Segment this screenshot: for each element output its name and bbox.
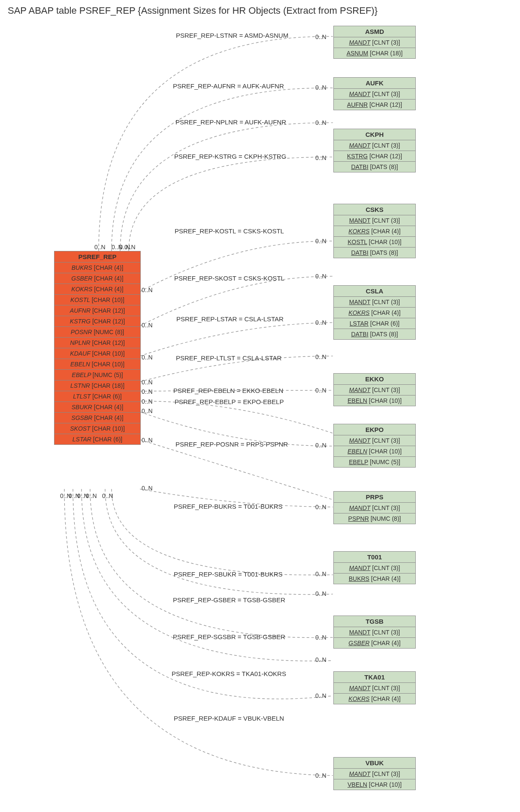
cardinality-label: 0..N [142,354,153,361]
relation-label: PSREF_REP-LSTNR = ASMD-ASNUM [176,32,288,39]
relation-label: PSREF_REP-LSTAR = CSLA-LSTAR [176,315,284,323]
cardinality-label: 0..N [124,244,136,251]
field-lstnr: LSTNR [CHAR (18)] [54,380,140,391]
field-asnum: ASNUM [CHAR (18)] [334,48,415,58]
table-csks: CSKSMANDT [CLNT (3)]KOKRS [CHAR (4)]KOST… [333,204,416,258]
field-lstar: LSTAR [CHAR (6)] [54,434,140,444]
cardinality-label: 0..N [315,154,327,161]
field-posnr: POSNR [NUMC (8)] [54,327,140,338]
relation-label: PSREF_REP-AUFNR = AUFK-AUFNR [173,82,284,90]
table-header: TKA01 [334,672,415,683]
table-ekpo: EKPOMANDT [CLNT (3)]EBELN [CHAR (10)]EBE… [333,424,416,468]
relation-label: PSREF_REP-SGSBR = TGSB-GSBER [173,633,285,640]
field-datbi: DATBI [DATS (8)] [334,248,415,258]
relation-label: PSREF_REP-SBUKR = T001-BUKRS [174,571,283,578]
cardinality-label: 0..N [315,442,327,449]
table-header: TGSB [334,616,415,627]
table-header: PSREF_REP [54,251,140,263]
diagram-canvas: SAP ABAP table PSREF_REP {Assignment Siz… [0,0,520,812]
field-kokrs: KOKRS [CHAR (4)] [54,284,140,295]
field-mandt: MANDT [CLNT (3)] [334,89,415,100]
relation-label: PSREF_REP-EBELN = EKKO-EBELN [173,387,283,394]
cardinality-label: 0..N [86,492,97,499]
cardinality-label: 0..N [102,492,113,499]
table-header: EKPO [334,424,415,435]
field-aufnr: AUFNR [CHAR (12)] [334,100,415,110]
field-datbi: DATBI [DATS (8)] [334,329,415,339]
cardinality-label: 0..N [315,387,327,394]
field-ebeln: EBELN [CHAR (10)] [334,395,415,406]
field-lstar: LSTAR [CHAR (6)] [334,318,415,329]
table-tgsb: TGSBMANDT [CLNT (3)]GSBER [CHAR (4)] [333,616,416,649]
cardinality-label: 0..N [315,84,327,91]
field-datbi: DATBI [DATS (8)] [334,162,415,172]
cardinality-label: 0..N [315,273,327,280]
field-kostl: KOSTL [CHAR (10)] [54,295,140,305]
field-nplnr: NPLNR [CHAR (12)] [54,338,140,348]
relation-label: PSREF_REP-KOSTL = CSKS-KOSTL [175,227,284,235]
cardinality-label: 0..N [315,634,327,641]
field-kstrg: KSTRG [CHAR (12)] [334,151,415,162]
relation-label: PSREF_REP-LTLST = CSLA-LSTAR [176,354,281,362]
field-ebeln: EBELN [CHAR (10)] [334,446,415,457]
cardinality-label: 0..N [315,504,327,510]
table-tka01: TKA01MANDT [CLNT (3)]KOKRS [CHAR (4)] [333,671,416,704]
cardinality-label: 0..N [142,398,153,405]
field-mandt: MANDT [CLNT (3)] [334,627,415,638]
field-gsber: GSBER [CHAR (4)] [54,273,140,284]
field-kdauf: KDAUF [CHAR (10)] [54,348,140,359]
field-kokrs: KOKRS [CHAR (4)] [334,226,415,237]
table-ekko: EKKOMANDT [CLNT (3)]EBELN [CHAR (10)] [333,373,416,406]
cardinality-label: 0..N [142,287,153,293]
field-ebelp: EBELP [NUMC (5)] [54,370,140,380]
field-ebelp: EBELP [NUMC (5)] [334,457,415,467]
table-aufk: AUFKMANDT [CLNT (3)]AUFNR [CHAR (12)] [333,77,416,110]
table-psref-rep: PSREF_REP BUKRS [CHAR (4)]GSBER [CHAR (4… [54,251,141,445]
relation-label: PSREF_REP-KDAUF = VBUK-VBELN [174,715,284,722]
field-mandt: MANDT [CLNT (3)] [334,435,415,446]
cardinality-label: 0..N [315,319,327,326]
field-mandt: MANDT [CLNT (3)] [334,297,415,308]
cardinality-label: 0..N [315,656,327,663]
cardinality-label: 0..N [315,353,327,360]
field-mandt: MANDT [CLNT (3)] [334,37,415,48]
field-pspnr: PSPNR [NUMC (8)] [334,513,415,524]
table-header: VBUK [334,758,415,769]
table-header: CSKS [334,204,415,215]
cardinality-label: 0..N [315,772,327,779]
cardinality-label: 0..N [315,238,327,245]
cardinality-label: 0..N [315,590,327,597]
field-sbukr: SBUKR [CHAR (4)] [54,402,140,413]
field-bukrs: BUKRS [CHAR (4)] [54,263,140,273]
field-bukrs: BUKRS [CHAR (4)] [334,574,415,584]
field-kstrg: KSTRG [CHAR (12)] [54,316,140,327]
table-header: EKKO [334,374,415,385]
relation-label: PSREF_REP-EBELP = EKPO-EBELP [175,398,284,405]
table-header: T001 [334,552,415,563]
table-ckph: CKPHMANDT [CLNT (3)]KSTRG [CHAR (12)]DAT… [333,129,416,172]
table-header: CKPH [334,129,415,140]
cardinality-label: 0..N [315,33,327,40]
field-mandt: MANDT [CLNT (3)] [334,385,415,395]
relation-label: PSREF_REP-KSTRG = CKPH-KSTRG [174,153,286,160]
relation-label: PSREF_REP-KOKRS = TKA01-KOKRS [172,670,286,677]
table-asmd: ASMDMANDT [CLNT (3)]ASNUM [CHAR (18)] [333,26,416,59]
table-header: ASMD [334,26,415,37]
field-mandt: MANDT [CLNT (3)] [334,140,415,151]
table-prps: PRPSMANDT [CLNT (3)]PSPNR [NUMC (8)] [333,491,416,524]
cardinality-label: 0..N [315,692,327,699]
field-mandt: MANDT [CLNT (3)] [334,503,415,513]
cardinality-label: 0..N [142,379,153,386]
cardinality-label: 0..N [142,388,153,395]
field-mandt: MANDT [CLNT (3)] [334,563,415,574]
page-title: SAP ABAP table PSREF_REP {Assignment Siz… [8,5,378,16]
table-csla: CSLAMANDT [CLNT (3)]KOKRS [CHAR (4)]LSTA… [333,285,416,340]
table-vbuk: VBUKMANDT [CLNT (3)]VBELN [CHAR (10)] [333,757,416,790]
field-ebeln: EBELN [CHAR (10)] [54,359,140,370]
table-header: PRPS [334,492,415,503]
cardinality-label: 0..N [142,437,153,444]
table-header: AUFK [334,78,415,89]
cardinality-label: 0..N [94,244,106,251]
relation-label: PSREF_REP-BUKRS = T001-BUKRS [174,503,283,510]
field-kostl: KOSTL [CHAR (10)] [334,237,415,248]
